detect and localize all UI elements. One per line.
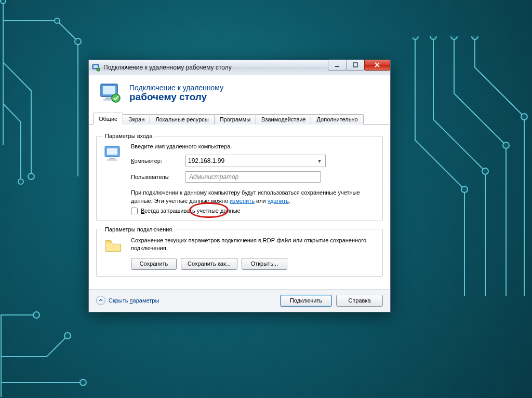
rdp-logo-icon — [99, 83, 122, 103]
svg-point-8 — [413, 36, 418, 39]
close-button[interactable] — [364, 60, 390, 71]
svg-point-9 — [482, 168, 488, 174]
open-button[interactable]: Открыть... — [242, 258, 287, 270]
tab-display[interactable]: Экран — [123, 114, 150, 125]
svg-rect-27 — [107, 148, 117, 155]
rdp-window: Подключение к удаленному рабочему столу — [88, 60, 391, 312]
svg-point-5 — [430, 36, 436, 39]
save-button[interactable]: Сохранить — [131, 258, 177, 270]
header-line1: Подключение к удаленному — [129, 84, 223, 92]
tab-general[interactable]: Общие — [93, 113, 123, 125]
svg-point-2 — [75, 38, 81, 45]
header-line2: рабочему столу — [129, 92, 223, 103]
svg-point-1 — [28, 173, 34, 180]
svg-rect-22 — [103, 86, 115, 94]
svg-rect-17 — [94, 65, 98, 68]
svg-rect-19 — [335, 66, 339, 67]
group-connection-legend: Параметры подключения — [103, 226, 174, 232]
svg-point-0 — [1, 0, 6, 4]
tab-local-resources[interactable]: Локальные ресурсы — [150, 114, 214, 125]
svg-point-10 — [503, 142, 509, 148]
tab-programs[interactable]: Программы — [214, 114, 256, 125]
connect-button[interactable]: Подключить — [280, 295, 332, 307]
svg-rect-28 — [109, 158, 115, 159]
computer-combobox[interactable]: 192.168.1.99 ▾ — [185, 155, 326, 167]
folder-icon — [103, 237, 124, 257]
group-connection: Параметры подключения Сохранение текущих… — [96, 226, 383, 277]
desktop-background: Подключение к удаленному рабочему столу — [0, 0, 532, 398]
link-delete-credentials[interactable]: удалить — [268, 198, 289, 204]
svg-point-4 — [18, 179, 23, 184]
maximize-button[interactable] — [346, 60, 365, 71]
label-computer: Компьютер: — [131, 158, 180, 164]
tab-advanced[interactable]: Дополнительно — [311, 114, 363, 125]
svg-point-18 — [97, 68, 100, 71]
rdp-title-icon — [92, 63, 100, 72]
svg-point-25 — [112, 94, 120, 102]
svg-point-12 — [461, 186, 468, 193]
svg-point-15 — [80, 379, 86, 386]
tabstrip: Общие Экран Локальные ресурсы Программы … — [89, 112, 390, 125]
dialog-header: Подключение к удаленному рабочему столу — [89, 75, 390, 109]
svg-rect-20 — [353, 63, 357, 67]
svg-point-6 — [451, 36, 457, 39]
hide-options-link[interactable]: Скрыть параметры — [96, 296, 159, 305]
link-edit-credentials[interactable]: изменить — [230, 198, 255, 204]
decoration-circuit-bottom-left — [0, 294, 94, 398]
svg-point-11 — [521, 114, 527, 120]
collapse-arrow-icon — [96, 296, 105, 305]
tab-experience[interactable]: Взаимодействие — [256, 114, 311, 125]
dialog-footer: Скрыть параметры Подключить Справка — [89, 289, 390, 312]
save-as-button[interactable]: Сохранить как... — [181, 258, 237, 270]
checkbox-always-ask-row[interactable]: Всегда запрашивать учетные данные — [131, 208, 376, 214]
titlebar[interactable]: Подключение к удаленному рабочему столу — [89, 60, 390, 75]
chevron-down-icon: ▾ — [316, 157, 323, 164]
minimize-button[interactable] — [328, 60, 347, 71]
help-button[interactable]: Справка — [336, 295, 383, 307]
connection-description: Сохранение текущих параметров подключени… — [131, 237, 376, 253]
computer-icon — [103, 143, 124, 166]
user-field[interactable] — [185, 171, 321, 183]
svg-point-13 — [33, 312, 39, 318]
group-login-legend: Параметры входа — [103, 133, 154, 139]
credentials-note: При подключении к данному компьютеру буд… — [131, 189, 376, 205]
tab-panel-general: Параметры входа Введите имя удаленного к… — [93, 128, 386, 284]
computer-value: 192.168.1.99 — [188, 157, 224, 164]
login-instruction: Введите имя удаленного компьютера. — [131, 143, 376, 149]
svg-rect-29 — [107, 159, 117, 161]
svg-point-3 — [55, 18, 60, 23]
svg-point-7 — [472, 36, 478, 39]
svg-point-14 — [64, 333, 71, 339]
group-login: Параметры входа Введите имя удаленного к… — [96, 133, 383, 221]
checkbox-always-ask[interactable] — [131, 208, 138, 214]
decoration-circuit-right — [413, 36, 532, 306]
label-user: Пользователь: — [131, 174, 180, 180]
